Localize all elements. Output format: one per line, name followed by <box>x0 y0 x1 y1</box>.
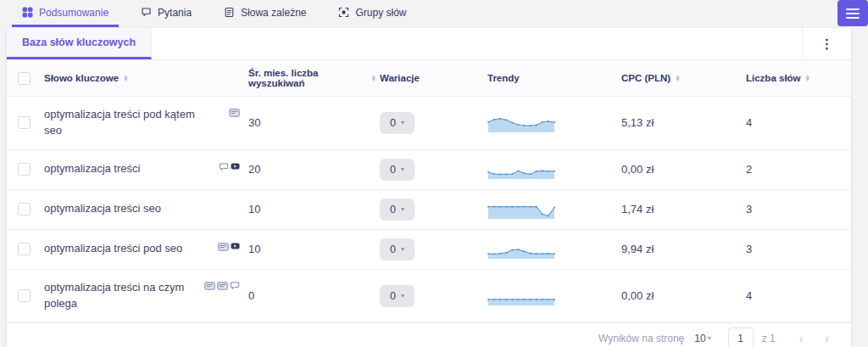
card-header: Baza słów kluczowych ⋮ <box>7 28 851 60</box>
table-row: optymalizacja treści na czym polega00▾0,… <box>7 270 851 323</box>
chevron-down-icon: ▾ <box>401 245 404 253</box>
column-header[interactable]: Śr. mies. liczba wyszukiwań▲▼ <box>248 60 380 96</box>
column-header[interactable]: CPC (PLN)▲▼ <box>621 65 746 91</box>
column-header: Trendy <box>487 65 621 91</box>
search-volume-value: 0 <box>248 281 380 311</box>
table-row: optymalizacja treści pod kątem seo300▾5,… <box>7 97 851 150</box>
chevron-down-icon: ▾ <box>708 334 711 342</box>
top-tab-słowa-zależne[interactable]: Słowa zależne <box>214 0 316 27</box>
row-checkbox[interactable] <box>18 243 31 255</box>
table-row: optymalizacja treści pod seo100▾9,94 zł3 <box>7 230 851 270</box>
trend-sparkline <box>487 239 555 260</box>
variations-count: 0 <box>390 117 396 129</box>
tab-keyword-database[interactable]: Baza słów kluczowych <box>7 28 152 59</box>
top-tab-label: Pytania <box>158 7 192 19</box>
row-checkbox[interactable] <box>18 163 31 176</box>
sort-icon: ▲▼ <box>123 75 128 81</box>
top-tab-bar: PodsumowaniePytaniaSłowa zależneGrupy sł… <box>0 0 868 27</box>
column-header-label: Trendy <box>487 73 520 83</box>
chevron-down-icon: ▾ <box>401 205 404 213</box>
keyword-link[interactable]: optymalizacja treści seo <box>44 201 161 217</box>
cpc-value: 0,00 zł <box>621 281 746 311</box>
question-bubble-icon <box>141 7 152 18</box>
word-groups-icon <box>338 7 349 18</box>
column-header[interactable]: Słowo kluczowe▲▼ <box>44 65 248 91</box>
table-row: optymalizacja treści200▾0,00 zł2 <box>7 150 851 190</box>
page-count-label: z 1 <box>762 333 776 344</box>
sort-icon: ▲▼ <box>675 75 680 81</box>
top-tab-label: Słowa zależne <box>241 7 306 19</box>
variations-count: 0 <box>390 243 396 255</box>
variations-dropdown[interactable]: 0▾ <box>380 199 415 221</box>
word-count-value: 2 <box>746 154 851 184</box>
snippet-icon <box>229 109 240 117</box>
variations-dropdown[interactable]: 0▾ <box>380 159 415 181</box>
page-number-input[interactable]: 1 <box>728 327 754 347</box>
per-page-value: 10 <box>694 333 705 344</box>
row-checkbox[interactable] <box>18 203 31 215</box>
column-header-label: Śr. mies. liczba wyszukiwań <box>248 68 367 88</box>
video-icon <box>231 243 240 251</box>
column-header[interactable]: Liczba słów▲▼ <box>746 65 851 91</box>
trend-sparkline <box>487 113 555 133</box>
top-tab-pytania[interactable]: Pytania <box>131 0 202 27</box>
per-page-select[interactable]: 10 ▾ <box>693 333 719 344</box>
snippet-icon <box>218 243 229 251</box>
word-count-value: 4 <box>746 281 851 311</box>
grid-icon <box>22 7 33 18</box>
snippet-icon <box>217 282 228 290</box>
keyword-link[interactable]: optymalizacja treści <box>44 161 140 177</box>
column-header-label: CPC (PLN) <box>621 73 670 83</box>
prev-page-button[interactable]: ‹ <box>793 332 810 345</box>
word-count-value: 4 <box>746 108 851 137</box>
cpc-value: 9,94 zł <box>621 234 746 264</box>
variations-count: 0 <box>390 204 396 215</box>
hamburger-menu-button[interactable] <box>837 0 868 26</box>
top-tab-label: Podsumowanie <box>39 7 108 19</box>
variations-count: 0 <box>390 164 396 176</box>
search-volume-value: 30 <box>248 108 380 137</box>
cpc-value: 5,13 zł <box>621 108 746 137</box>
variations-dropdown[interactable]: 0▾ <box>380 285 415 307</box>
cpc-value: 0,00 zł <box>621 154 746 184</box>
keywords-table: Słowo kluczowe▲▼Śr. mies. liczba wyszuki… <box>7 60 851 322</box>
column-header-label: Liczba słów <box>746 73 801 83</box>
top-tab-podsumowanie[interactable]: Podsumowanie <box>12 0 119 27</box>
chevron-down-icon: ▾ <box>401 119 404 126</box>
select-all-checkbox[interactable] <box>18 72 31 85</box>
video-icon <box>231 163 240 171</box>
chevron-down-icon: ▾ <box>401 292 404 299</box>
next-page-button[interactable]: › <box>818 332 836 345</box>
column-header-label: Wariacje <box>380 73 420 83</box>
column-header-label: Słowo kluczowe <box>44 73 119 83</box>
variations-count: 0 <box>390 290 396 302</box>
trend-sparkline <box>487 286 555 306</box>
keyword-database-card: Baza słów kluczowych ⋮ Słowo kluczowe▲▼Ś… <box>7 28 851 347</box>
sort-icon: ▲▼ <box>371 75 376 81</box>
table-row: optymalizacja treści seo100▾1,74 zł3 <box>7 190 851 230</box>
top-tab-label: Grupy słów <box>355 7 406 19</box>
top-tab-grupy-słów[interactable]: Grupy słów <box>328 0 416 27</box>
kebab-menu-icon: ⋮ <box>821 36 833 51</box>
sort-icon: ▲▼ <box>805 75 810 81</box>
table-header-row: Słowo kluczowe▲▼Śr. mies. liczba wyszuki… <box>7 60 851 97</box>
question-bubble-icon <box>230 282 240 290</box>
word-count-value: 3 <box>746 194 851 224</box>
chevron-down-icon: ▾ <box>401 165 404 173</box>
snippet-icon <box>204 282 215 290</box>
variations-dropdown[interactable]: 0▾ <box>380 238 415 260</box>
variations-dropdown[interactable]: 0▾ <box>380 112 415 134</box>
pagination-bar: Wyników na stronę 10 ▾ 1 z 1 ‹ › <box>7 322 851 347</box>
question-bubble-icon <box>219 163 229 171</box>
row-checkbox[interactable] <box>18 289 31 302</box>
per-page-label: Wyników na stronę <box>598 333 684 344</box>
related-words-icon <box>224 7 235 18</box>
word-count-value: 3 <box>746 234 851 264</box>
search-volume-value: 10 <box>248 234 380 264</box>
keyword-link[interactable]: optymalizacja treści pod seo <box>44 241 182 257</box>
row-checkbox[interactable] <box>18 116 31 129</box>
kebab-menu-button[interactable]: ⋮ <box>821 37 833 50</box>
keyword-link[interactable]: optymalizacja treści pod kątem seo <box>44 107 205 139</box>
column-header: Wariacje <box>380 65 487 91</box>
keyword-link[interactable]: optymalizacja treści na czym polega <box>44 280 199 312</box>
